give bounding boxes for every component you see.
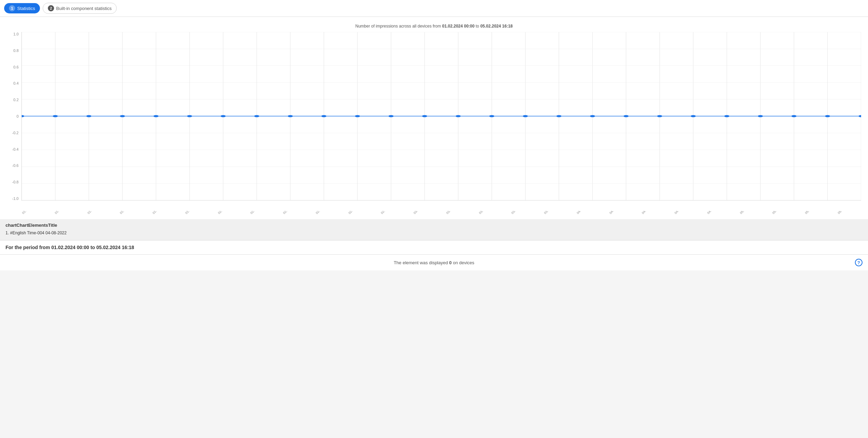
period-text: For the period from 01.02.2024 00:00 to … xyxy=(6,245,862,250)
y-label: 0 xyxy=(17,114,19,118)
svg-point-55 xyxy=(624,115,629,117)
x-label: 03.02.2024 05:54 xyxy=(413,211,432,215)
chart-title: Number of impressions across all devices… xyxy=(7,24,861,29)
svg-point-58 xyxy=(724,115,730,117)
svg-point-38 xyxy=(53,115,58,117)
chart-date-to-text: to xyxy=(474,24,480,29)
chart-svg xyxy=(22,32,861,200)
x-label: 02.02.2024 16:25 xyxy=(315,211,335,215)
svg-point-61 xyxy=(825,115,830,117)
tab-builtin-button[interactable]: 2 Built-in component statistics xyxy=(43,3,117,14)
y-label: -1.0 xyxy=(12,196,19,201)
x-label: 03.02.2024 14:53 xyxy=(478,211,498,215)
x-label: 04.02.2024 13:21 xyxy=(641,211,661,215)
chart-plot-area xyxy=(21,32,861,201)
svg-point-54 xyxy=(590,115,595,117)
svg-point-42 xyxy=(187,115,192,117)
bottom-section: chartChartElementsTitle 1. #English Time… xyxy=(0,219,868,240)
x-label: 03.02.2024 10:24 xyxy=(446,211,465,215)
x-label: 03.02.2024 19:23 xyxy=(511,211,530,215)
svg-point-47 xyxy=(355,115,360,117)
svg-point-59 xyxy=(758,115,763,117)
help-icon[interactable]: ? xyxy=(855,259,862,266)
svg-point-57 xyxy=(691,115,696,117)
y-label: 0.8 xyxy=(13,49,19,53)
chart-element-item: 1. #English Time-004 04-08-2022 xyxy=(6,231,862,235)
x-label: 05.02.2024 16:18 xyxy=(837,211,857,215)
x-label: 04.02.2024 04:22 xyxy=(576,211,596,215)
svg-point-37 xyxy=(22,115,24,117)
y-label: 0.6 xyxy=(13,65,19,69)
chart-section: Number of impressions across all devices… xyxy=(0,17,868,219)
y-label: -0.4 xyxy=(12,147,19,151)
svg-point-50 xyxy=(456,115,461,117)
chart-x-axis-labels: 01.02.2024 00:0001.02.2024 04:2001.02.20… xyxy=(21,211,861,216)
svg-point-60 xyxy=(792,115,797,117)
x-label: 02.02.2024 01:24 xyxy=(380,211,400,215)
y-label: 1.0 xyxy=(13,32,19,36)
x-label: 04.02.2024 17:50 xyxy=(674,211,693,215)
x-label: 02.02.2024 20:55 xyxy=(348,211,367,215)
chart-date-from: 01.02.2024 00:00 xyxy=(442,24,474,29)
y-label: -0.8 xyxy=(12,180,19,184)
svg-point-43 xyxy=(221,115,226,117)
svg-point-51 xyxy=(489,115,494,117)
svg-point-44 xyxy=(254,115,259,117)
x-label: 02.02.2024 07:26 xyxy=(250,211,269,215)
svg-point-62 xyxy=(859,115,861,117)
svg-point-45 xyxy=(288,115,293,117)
tab-statistics-button[interactable]: 1 Statistics xyxy=(4,3,40,13)
x-label: 03.02.2024 23:52 xyxy=(543,211,563,215)
svg-point-48 xyxy=(388,115,394,117)
x-label: 01.02.2024 22:27 xyxy=(185,211,204,215)
display-suffix: on devices xyxy=(452,260,474,265)
tab-builtin-label: Built-in component statistics xyxy=(56,6,112,11)
display-text: The element was displayed 0 on devices xyxy=(291,260,577,265)
footer-bar: The element was displayed 0 on devices ? xyxy=(0,254,868,270)
chart-elements-title: chartChartElementsTitle xyxy=(6,223,862,228)
x-label: 01.02.2024 04:20 xyxy=(54,211,74,215)
chart-container: 1.00.80.60.40.20-0.2-0.4-0.6-0.8-1.0 xyxy=(7,32,861,211)
x-label: 01.02.2024 17:58 xyxy=(152,211,171,215)
svg-point-56 xyxy=(657,115,662,117)
display-count: 0 xyxy=(449,260,452,265)
x-label: 05.02.2024 11:48 xyxy=(804,211,824,215)
display-prefix: The element was displayed xyxy=(394,260,449,265)
chart-x-labels xyxy=(21,201,861,211)
period-section: For the period from 01.02.2024 00:00 to … xyxy=(0,240,868,254)
chart-y-axis: 1.00.80.60.40.20-0.2-0.4-0.6-0.8-1.0 xyxy=(7,32,21,201)
x-label: 01.02.2024 08:59 xyxy=(87,211,106,215)
x-label: 04.02.2024 08:51 xyxy=(609,211,628,215)
x-label: 05.02.2024 07:19 xyxy=(772,211,791,215)
x-label: 01.02.2024 13:28 xyxy=(119,211,139,215)
svg-point-53 xyxy=(556,115,562,117)
chart-title-prefix: Number of impressions across all devices… xyxy=(355,24,442,29)
svg-point-39 xyxy=(86,115,92,117)
chart-date-to: 05.02.2024 16:18 xyxy=(480,24,513,29)
x-label: 02.02.2024 02:57 xyxy=(217,211,237,215)
svg-point-46 xyxy=(321,115,326,117)
svg-point-41 xyxy=(154,115,159,117)
y-label: 0.4 xyxy=(13,81,19,85)
y-label: -0.6 xyxy=(12,163,19,168)
svg-point-49 xyxy=(422,115,427,117)
x-label: 05.02.2024 02:49 xyxy=(739,211,759,215)
tab-builtin-number: 2 xyxy=(48,5,54,11)
tab-statistics-label: Statistics xyxy=(17,6,35,11)
svg-point-52 xyxy=(523,115,528,117)
tab-bar: 1 Statistics 2 Built-in component statis… xyxy=(0,0,868,17)
y-label: 0.2 xyxy=(13,98,19,102)
x-label: 02.02.2024 11:56 xyxy=(282,211,302,215)
x-label: 04.02.2024 22:20 xyxy=(707,211,726,215)
svg-point-40 xyxy=(120,115,125,117)
x-label: 01.02.2024 00:00 xyxy=(21,211,41,215)
tab-statistics-number: 1 xyxy=(9,5,15,11)
y-label: -0.2 xyxy=(12,131,19,135)
